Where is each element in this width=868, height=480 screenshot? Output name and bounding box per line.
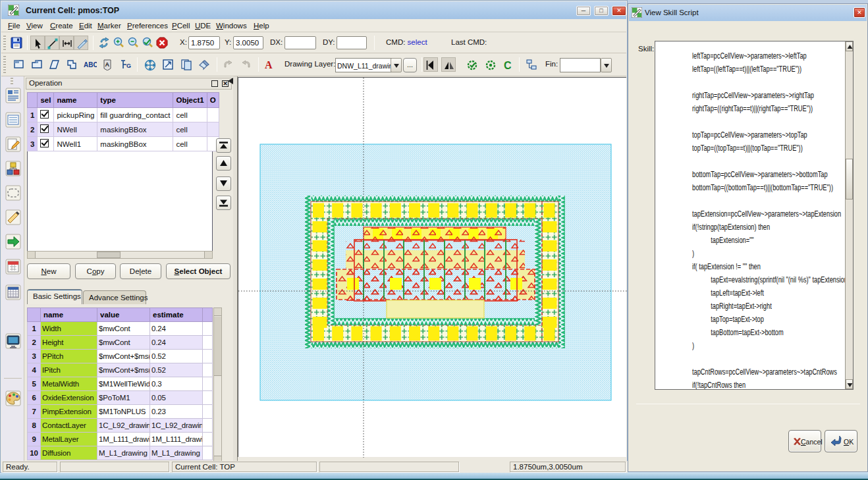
svg-text:G: G bbox=[126, 63, 131, 69]
svg-text:C: C bbox=[504, 60, 512, 71]
svg-text:ABC: ABC bbox=[84, 61, 97, 68]
svg-text:A: A bbox=[105, 61, 110, 68]
svg-text:A: A bbox=[265, 59, 273, 70]
